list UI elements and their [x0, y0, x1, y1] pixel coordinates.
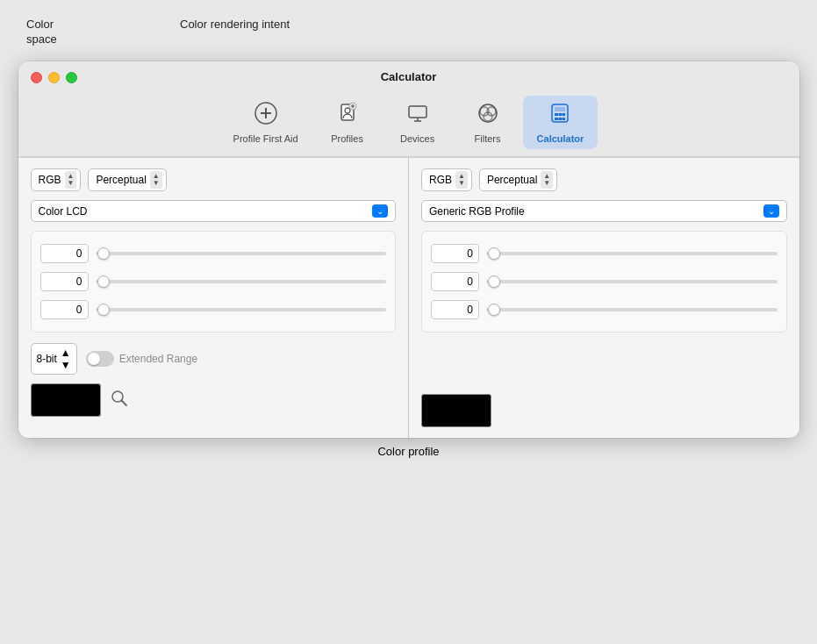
left-slider-input-1[interactable] — [40, 244, 89, 263]
left-swatch-row — [31, 383, 397, 417]
right-slider-row-1 — [431, 244, 778, 263]
left-slider-row-1 — [40, 244, 387, 263]
devices-icon — [405, 101, 430, 131]
left-color-space-select[interactable]: RGB ▲▼ — [31, 168, 82, 191]
tab-profile-first-aid[interactable]: Profile First Aid — [219, 96, 312, 149]
right-rendering-chevrons: ▲▼ — [541, 171, 553, 189]
left-slider-row-2 — [40, 272, 387, 291]
right-slider-thumb-1[interactable] — [488, 247, 500, 260]
tab-filters-label: Filters — [475, 133, 501, 144]
left-rendering-chevrons: ▲▼ — [150, 171, 162, 189]
left-slider-thumb-2[interactable] — [97, 275, 110, 288]
svg-rect-20 — [555, 118, 558, 120]
tab-calculator-label: Calculator — [537, 133, 584, 144]
tab-devices-label: Devices — [400, 133, 434, 144]
svg-rect-17 — [555, 113, 558, 116]
left-profile-chevron-btn[interactable]: ⌄ — [372, 204, 388, 218]
left-slider-bg-2 — [96, 280, 387, 283]
left-bottom-controls: 8-bit ▲▼ Extended Range — [31, 343, 397, 375]
traffic-lights — [31, 72, 77, 83]
left-profile-row: Color LCD ⌄ — [31, 200, 397, 222]
right-slider-track-2[interactable] — [486, 275, 778, 288]
right-rendering-intent-select[interactable]: Perceptual ▲▼ — [479, 168, 557, 191]
left-slider-track-2[interactable] — [96, 275, 387, 288]
profiles-icon — [335, 101, 360, 131]
tab-profiles-label: Profiles — [331, 133, 363, 144]
outer-container: Color space Color rendering intent Calcu… — [18, 18, 799, 644]
right-color-swatch[interactable] — [421, 394, 491, 427]
right-slider-bg-2 — [486, 280, 778, 283]
left-panel: RGB ▲▼ Perceptual ▲▼ Color LCD ⌄ — [18, 158, 410, 438]
zoom-button[interactable] — [66, 72, 77, 83]
left-slider-input-2[interactable] — [40, 272, 89, 291]
window-title: Calculator — [381, 70, 437, 83]
left-slider-bg-3 — [96, 308, 387, 311]
tab-profile-first-aid-label: Profile First Aid — [233, 133, 298, 144]
svg-rect-19 — [563, 113, 565, 116]
calculator-icon — [548, 101, 572, 131]
right-profile-row: Generic RGB Profile ⌄ — [421, 200, 787, 222]
right-profile-dropdown[interactable]: Generic RGB Profile ⌄ — [421, 200, 787, 222]
left-bit-depth-chevrons: ▲▼ — [61, 347, 71, 371]
right-slider-thumb-3[interactable] — [488, 304, 500, 316]
left-slider-track-3[interactable] — [96, 304, 387, 316]
svg-rect-22 — [563, 118, 565, 120]
left-slider-row-3 — [40, 300, 387, 319]
left-slider-track-1[interactable] — [96, 247, 387, 260]
left-controls-row: RGB ▲▼ Perceptual ▲▼ — [31, 168, 397, 191]
right-slider-row-2 — [431, 272, 778, 291]
right-controls-row: RGB ▲▼ Perceptual ▲▼ — [421, 168, 787, 191]
left-extended-range-toggle[interactable] — [86, 351, 114, 367]
annotation-color-profile-container: Color profile — [18, 445, 799, 458]
left-rendering-intent-select[interactable]: Perceptual ▲▼ — [88, 168, 166, 191]
right-slider-bg-1 — [486, 252, 778, 255]
right-panel: RGB ▲▼ Perceptual ▲▼ Generic RGB Profile… — [409, 158, 799, 438]
left-slider-input-3[interactable] — [40, 300, 89, 319]
right-swatch-row — [421, 394, 787, 427]
right-color-space-chevrons: ▲▼ — [455, 171, 468, 189]
left-profile-dropdown[interactable]: Color LCD ⌄ — [31, 200, 397, 222]
tab-profiles[interactable]: Profiles — [312, 96, 383, 149]
annotation-color-space: Color space — [26, 18, 57, 47]
svg-rect-8 — [409, 106, 426, 118]
titlebar: Calculator Profile First Aid — [18, 61, 799, 157]
right-profile-chevron-btn[interactable]: ⌄ — [763, 204, 779, 218]
tab-filters[interactable]: Filters — [453, 96, 523, 149]
right-slider-track-3[interactable] — [486, 304, 778, 316]
right-color-space-select[interactable]: RGB ▲▼ — [421, 168, 472, 191]
right-spacer — [421, 343, 787, 394]
right-slider-input-1[interactable] — [431, 244, 479, 263]
left-slider-thumb-3[interactable] — [97, 304, 110, 316]
filters-icon — [476, 101, 500, 131]
svg-rect-18 — [559, 113, 563, 116]
annotation-color-rendering: Color rendering intent — [180, 18, 290, 32]
left-color-swatch[interactable] — [31, 383, 101, 417]
svg-rect-21 — [559, 118, 563, 120]
left-search-icon[interactable] — [110, 389, 129, 412]
left-slider-bg-1 — [96, 252, 387, 255]
left-extended-range-container: Extended Range — [86, 351, 197, 367]
right-slider-row-3 — [431, 300, 778, 319]
close-button[interactable] — [31, 72, 42, 83]
left-bit-depth-select[interactable]: 8-bit ▲▼ — [31, 343, 77, 375]
left-toggle-knob — [88, 353, 100, 365]
right-slider-input-2[interactable] — [431, 272, 479, 291]
left-sliders-section — [31, 231, 397, 333]
left-slider-thumb-1[interactable] — [97, 247, 110, 260]
annotation-color-profile-label: Color profile — [377, 445, 439, 458]
right-sliders-section — [421, 231, 787, 333]
right-slider-bg-3 — [486, 308, 778, 311]
profile-first-aid-icon — [254, 101, 278, 131]
content-area: RGB ▲▼ Perceptual ▲▼ Color LCD ⌄ — [18, 157, 799, 438]
right-slider-track-1[interactable] — [486, 247, 778, 260]
minimize-button[interactable] — [48, 72, 60, 83]
tab-calculator[interactable]: Calculator — [523, 96, 598, 149]
left-color-space-chevrons: ▲▼ — [65, 171, 77, 189]
svg-rect-16 — [555, 107, 565, 111]
main-window: Calculator Profile First Aid — [18, 61, 799, 438]
tab-devices[interactable]: Devices — [383, 96, 453, 149]
right-slider-input-3[interactable] — [431, 300, 479, 319]
svg-line-24 — [121, 400, 126, 405]
right-slider-thumb-2[interactable] — [488, 275, 500, 288]
left-extended-range-label: Extended Range — [119, 353, 197, 365]
